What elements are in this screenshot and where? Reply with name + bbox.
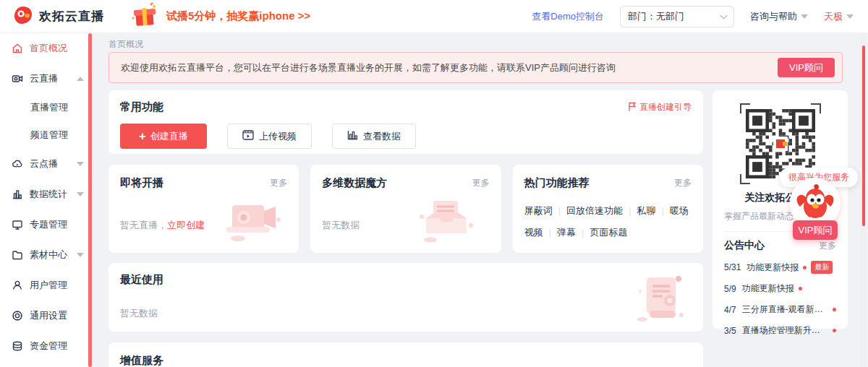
tag-divider: | (661, 205, 663, 216)
hot-features-more-link[interactable]: 更多 (674, 177, 692, 189)
unread-dot-icon (803, 266, 807, 269)
data-cube-empty-text: 暂无数据 (322, 219, 489, 232)
tag-divider: | (558, 205, 561, 216)
upload-video-button[interactable]: 上传视频 (227, 124, 312, 149)
value-added-title: 增值服务 (120, 354, 163, 366)
live-create-guide-link[interactable]: 直播创建引导 (628, 101, 692, 113)
top-header: 欢拓云直播 试播5分钟，抽奖赢iphone >> 查看Demo控制台 部门：无部… (0, 0, 868, 33)
sidebar-item-label: 数据统计 (30, 188, 67, 201)
caret-down-icon (801, 14, 808, 19)
bird-mascot-icon (794, 182, 836, 224)
page-scrollbar-thumb[interactable] (862, 46, 865, 226)
logo-text: 欢拓云直播 (39, 8, 104, 25)
upload-video-label: 上传视频 (259, 130, 297, 143)
sidebar-item-channel-manage[interactable]: 频道管理 (0, 121, 93, 149)
vip-float-button[interactable]: VIP顾问 (793, 220, 838, 240)
create-live-label: 创建直播 (150, 130, 188, 143)
sidebar-item-general-settings[interactable]: 通用设置 (0, 301, 93, 331)
notice-text: 功能更新快报 (746, 262, 799, 274)
home-icon (12, 43, 23, 54)
sidebar-item-topic-manage[interactable]: 专题管理 (0, 210, 93, 240)
chevron-down-icon (720, 12, 728, 19)
folder-icon (12, 249, 23, 261)
breadcrumb: 首页概况 (109, 38, 143, 51)
notice-item[interactable]: 5/9 功能更新快报 (724, 282, 836, 295)
sidebar-item-user-manage[interactable]: 用户管理 (0, 270, 93, 301)
data-chart-icon (347, 130, 358, 142)
hot-tag[interactable]: 回放倍速功能 (566, 205, 623, 216)
sidebar-item-data-stats[interactable]: 数据统计 (0, 179, 93, 210)
caret-down-icon (77, 253, 84, 257)
logo-bird-icon (13, 5, 33, 28)
department-select[interactable]: 部门：无部门 (620, 6, 734, 27)
app-logo[interactable]: 欢拓云直播 (0, 5, 130, 28)
sidebar-subitem-label: 直播管理 (30, 101, 68, 114)
notice-item[interactable]: 3/5 直播场控管理新升级！ (724, 324, 836, 337)
sidebar-item-home[interactable]: 首页概况 (0, 33, 93, 64)
sidebar-nav: 首页概况 云直播 直播管理 频道管理 云点播 数据统计 专题管理 (0, 33, 93, 367)
sidebar-item-material-center[interactable]: 素材中心 (0, 240, 93, 270)
upcoming-title: 即将开播 (120, 176, 163, 190)
notice-date: 4/7 (724, 305, 736, 315)
bar-chart-icon (12, 189, 23, 200)
sidebar-item-label: 用户管理 (30, 279, 67, 292)
demo-console-link[interactable]: 查看Demo控制台 (532, 10, 604, 23)
data-cube-more-link[interactable]: 更多 (472, 177, 490, 189)
view-data-label: 查看数据 (363, 130, 401, 143)
notice-text: 三分屏直播-观看新体... (742, 303, 828, 316)
create-live-button[interactable]: + 创建直播 (120, 124, 207, 149)
help-menu[interactable]: 咨询与帮助 (750, 10, 808, 23)
sidebar-item-label: 专题管理 (30, 218, 67, 231)
caret-up-icon (77, 77, 84, 81)
common-functions-title: 常用功能 (120, 100, 163, 114)
user-menu[interactable]: 天极 (824, 10, 854, 23)
sidebar-item-label: 云直播 (30, 72, 58, 85)
notice-more-link[interactable]: 更多 (819, 240, 836, 252)
sidebar-scrollbar[interactable] (88, 33, 92, 367)
notice-item[interactable]: 5/31 功能更新快报 最新 (724, 261, 836, 274)
sidebar-item-label: 素材中心 (30, 249, 67, 262)
guide-link-label: 直播创建引导 (639, 101, 692, 113)
notice-item[interactable]: 4/7 三分屏直播-观看新体... (724, 303, 836, 316)
notice-date: 3/5 (724, 326, 736, 336)
hot-tag[interactable]: 页面标题 (590, 227, 627, 238)
sidebar-item-live-manage[interactable]: 直播管理 (0, 94, 93, 121)
recent-used-card: 最近使用 暂无数据 (109, 263, 703, 332)
hot-tag[interactable]: 弹幕 (557, 227, 576, 238)
page-scrollbar-track[interactable] (861, 33, 867, 367)
gift-box-icon (130, 2, 159, 31)
sidebar-item-cloud-live[interactable]: 云直播 (0, 64, 93, 94)
caret-down-icon (77, 162, 84, 166)
promo-banner[interactable]: 试播5分钟，抽奖赢iphone >> (130, 2, 310, 31)
unread-dot-icon (833, 329, 836, 332)
create-now-link[interactable]: 立即创建 (167, 220, 205, 230)
sidebar-item-label: 首页概况 (30, 42, 67, 55)
live-camera-icon (12, 73, 23, 85)
view-data-button[interactable]: 查看数据 (332, 124, 416, 149)
notice-date: 5/9 (724, 284, 736, 294)
notice-text: 功能更新快报 (742, 282, 794, 295)
notice-center-title: 公告中心 (724, 239, 765, 252)
guide-flag-icon (628, 102, 637, 113)
welcome-text: 欢迎使用欢拓云直播平台，您可以在平台进行各场景直播业务的开展，如需了解更多功能，… (121, 61, 616, 74)
user-icon (12, 280, 23, 291)
upcoming-live-card: 即将开播 更多 暂无直播，立即创建 (109, 165, 299, 253)
hot-tag[interactable]: 屏蔽词 (524, 205, 553, 216)
monitor-icon (12, 219, 23, 230)
caret-down-icon (77, 192, 84, 197)
help-menu-label: 咨询与帮助 (750, 10, 797, 23)
sidebar-item-cloud-vod[interactable]: 云点播 (0, 149, 93, 179)
value-added-card: 增值服务 (109, 342, 703, 367)
hot-tag[interactable]: 私聊 (637, 205, 655, 216)
hot-features-card: 热门功能推荐 更多 屏蔽词|回放倍速功能|私聊|暖场视频|弹幕|页面标题 (513, 165, 703, 253)
hot-features-title: 热门功能推荐 (524, 176, 590, 190)
upcoming-more-link[interactable]: 更多 (270, 177, 287, 189)
vip-advisor-button[interactable]: VIP顾问 (778, 58, 835, 77)
tag-divider: | (549, 227, 551, 238)
caret-down-icon (846, 14, 854, 19)
data-cube-card: 多维数据魔方 更多 暂无数据 (310, 165, 501, 253)
sidebar-subitem-label: 频道管理 (30, 129, 68, 142)
main-content: 首页概况 欢迎使用欢拓云直播平台，您可以在平台进行各场景直播业务的开展，如需了解… (93, 33, 868, 367)
sidebar-item-funds-manage[interactable]: 资金管理 (0, 331, 93, 361)
unread-dot-icon (799, 287, 802, 290)
